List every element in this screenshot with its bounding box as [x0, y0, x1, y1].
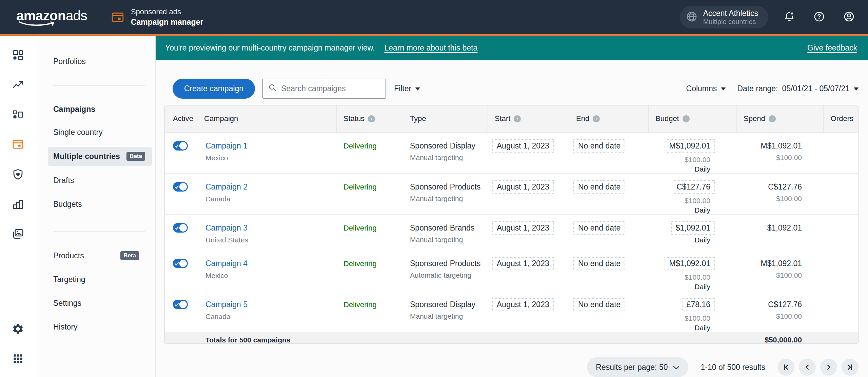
last-page-button[interactable]: [842, 359, 859, 376]
end-date-field[interactable]: No end date: [573, 221, 625, 235]
campaign-active-toggle[interactable]: [173, 300, 188, 309]
campaign-active-toggle[interactable]: [173, 259, 188, 268]
sidebar-item-single-country[interactable]: Single country: [36, 120, 155, 144]
brand-safety-icon[interactable]: [11, 167, 25, 181]
insights-icon[interactable]: [11, 78, 25, 92]
column-header-budget[interactable]: Budgeti: [649, 105, 737, 132]
campaign-active-toggle[interactable]: [173, 141, 188, 151]
campaign-link[interactable]: Campaign 5: [205, 300, 248, 309]
budget-usd: $100.00: [685, 314, 715, 322]
campaign-link[interactable]: Campaign 3: [205, 223, 248, 233]
search-icon: [268, 83, 277, 94]
sidebar-item-drafts[interactable]: Drafts: [36, 168, 155, 192]
info-icon[interactable]: i: [769, 115, 776, 122]
notifications-button[interactable]: [781, 8, 798, 26]
content-area: You're previewing our multi-country camp…: [156, 36, 868, 377]
sidebar-item-portfolios[interactable]: Portfolios: [36, 50, 155, 73]
search-box[interactable]: [262, 79, 386, 99]
start-date-field[interactable]: August 1, 2023: [492, 180, 554, 194]
learn-more-link[interactable]: Learn more about this beta: [384, 43, 477, 53]
column-header-type[interactable]: Type: [403, 105, 488, 132]
campaign-structure-icon[interactable]: [11, 108, 25, 121]
info-icon[interactable]: i: [593, 115, 600, 122]
info-icon[interactable]: i: [514, 115, 521, 122]
start-date-field[interactable]: August 1, 2023: [492, 257, 554, 270]
apps-icon[interactable]: [11, 352, 25, 365]
account-selector[interactable]: Accent Athletics Multiple countries: [680, 6, 768, 28]
toggle-knob: [179, 301, 187, 308]
sidebar-item-settings[interactable]: Settings: [36, 291, 155, 315]
campaign-active-toggle[interactable]: [173, 223, 188, 233]
profile-button[interactable]: [840, 8, 858, 26]
spend-usd: $100.00: [776, 312, 802, 320]
end-date-field[interactable]: No end date: [573, 180, 625, 194]
settings-rail-icon[interactable]: [11, 322, 25, 336]
budget-field[interactable]: £78.16: [682, 298, 715, 311]
create-campaign-button[interactable]: Create campaign: [173, 79, 255, 99]
orders-cell: [824, 291, 858, 332]
spend-value: M$1,092.01: [761, 141, 802, 151]
columns-label: Columns: [686, 84, 717, 93]
budget-usd: $100.00: [685, 273, 715, 281]
budget-field[interactable]: C$127.76: [672, 180, 715, 194]
first-page-button[interactable]: [777, 359, 794, 376]
campaign-targeting: Automatic targeting: [410, 271, 488, 279]
spend-usd: $100.00: [776, 195, 802, 203]
end-date-field[interactable]: No end date: [573, 257, 625, 270]
next-page-button[interactable]: [820, 359, 837, 376]
date-range-dropdown[interactable]: Date range: 05/01/21 - 05/07/21: [737, 84, 859, 93]
amazon-ads-logo[interactable]: amazonads: [16, 9, 87, 27]
creatives-icon[interactable]: [11, 227, 25, 241]
budget-field[interactable]: M$1,092.01: [665, 257, 715, 270]
totals-spend: $50,000.00: [737, 336, 824, 344]
columns-dropdown[interactable]: Columns: [686, 84, 726, 93]
sidebar-item-history[interactable]: History: [36, 315, 155, 339]
campaign-type: Sponsored Brands: [410, 223, 488, 233]
budget-period: Daily: [694, 236, 715, 244]
results-per-page-dropdown[interactable]: Results per page: 50: [587, 357, 688, 377]
column-header-start[interactable]: Starti: [488, 105, 569, 132]
campaign-active-toggle[interactable]: [173, 182, 188, 192]
column-header-end[interactable]: Endi: [569, 105, 649, 132]
search-input[interactable]: [281, 84, 386, 93]
column-header-orders[interactable]: Orders: [824, 105, 858, 132]
sidebar-item-label: Settings: [53, 299, 81, 308]
column-header-spend[interactable]: Spendi: [737, 105, 824, 132]
dashboard-icon[interactable]: [11, 48, 25, 62]
previous-page-button[interactable]: [799, 359, 816, 376]
start-date-field[interactable]: August 1, 2023: [492, 298, 554, 311]
spend-value: C$127.76: [768, 300, 802, 309]
budget-period: Daily: [694, 324, 715, 332]
column-header-active[interactable]: Active: [165, 105, 197, 132]
reports-icon[interactable]: [11, 197, 25, 211]
info-icon[interactable]: i: [368, 115, 375, 122]
results-per-page-label: Results per page: 50: [596, 363, 668, 372]
icon-rail: [0, 36, 36, 377]
campaign-link[interactable]: Campaign 4: [205, 259, 248, 268]
sidebar-item-multiple-countries[interactable]: Multiple countries Beta: [48, 147, 152, 166]
campaign-link[interactable]: Campaign 2: [205, 182, 248, 192]
sidebar-item-budgets[interactable]: Budgets: [36, 192, 155, 216]
budget-field[interactable]: M$1,092.01: [665, 139, 715, 153]
give-feedback-link[interactable]: Give feedback: [807, 43, 857, 53]
table-toolbar: Create campaign Filter: [156, 79, 868, 99]
start-date-field[interactable]: August 1, 2023: [492, 139, 554, 153]
sidebar-item-products[interactable]: Products Beta: [36, 244, 155, 267]
banner-message: You're previewing our multi-country camp…: [165, 43, 375, 53]
start-date-field[interactable]: August 1, 2023: [492, 221, 554, 235]
filter-dropdown[interactable]: Filter: [394, 84, 420, 93]
end-date-field[interactable]: No end date: [573, 139, 625, 153]
status-badge: Delivering: [343, 224, 377, 232]
column-header-campaign[interactable]: Campaign: [197, 105, 337, 132]
help-button[interactable]: ?: [810, 8, 828, 26]
budget-field[interactable]: $1,092.01: [671, 221, 715, 235]
orders-cell: [824, 250, 858, 291]
table-row: Campaign 1Mexico Delivering Sponsored Di…: [165, 133, 858, 174]
account-name: Accent Athletics: [703, 9, 758, 17]
campaign-link[interactable]: Campaign 1: [205, 141, 248, 151]
column-header-status[interactable]: Statusi: [337, 105, 403, 132]
campaign-manager-rail-icon[interactable]: [11, 138, 25, 151]
end-date-field[interactable]: No end date: [573, 298, 625, 311]
sidebar-item-targeting[interactable]: Targeting: [36, 267, 155, 291]
info-icon[interactable]: i: [683, 115, 690, 122]
